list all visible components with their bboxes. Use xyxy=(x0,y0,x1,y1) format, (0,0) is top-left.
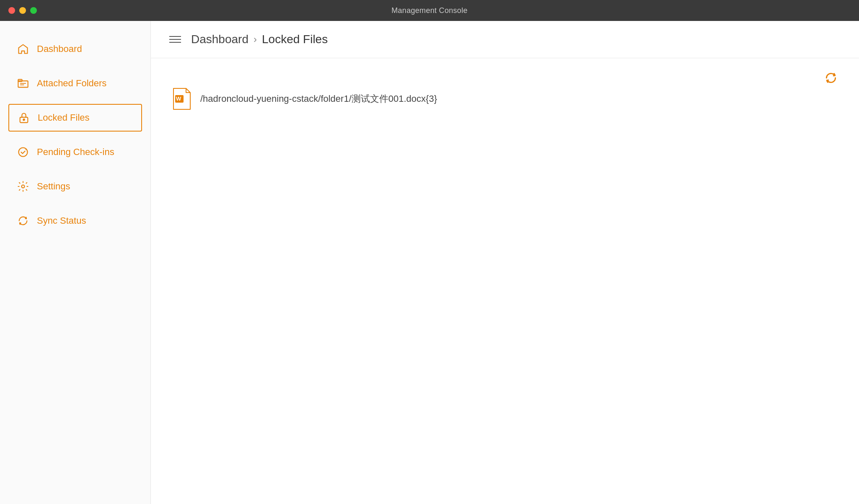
svg-text:W: W xyxy=(176,96,181,102)
content-header: Dashboard › Locked Files xyxy=(151,21,859,58)
dashboard-label: Dashboard xyxy=(37,44,82,54)
svg-rect-1 xyxy=(18,81,28,87)
app-container: Dashboard Attached Folders xyxy=(0,21,859,504)
content-body: W /hadroncloud-yuening-cstack/folder1/测试… xyxy=(151,58,859,504)
pending-checkins-label: Pending Check-ins xyxy=(37,147,114,158)
breadcrumb: Dashboard › Locked Files xyxy=(191,33,328,46)
sync-status-label: Sync Status xyxy=(37,215,86,226)
home-icon xyxy=(17,43,29,55)
settings-label: Settings xyxy=(37,181,70,192)
sidebar-item-attached-folders[interactable]: Attached Folders xyxy=(0,70,150,97)
refresh-icon xyxy=(824,71,838,85)
window-title: Management Console xyxy=(391,6,468,15)
hamburger-line xyxy=(169,42,181,43)
locked-files-label: Locked Files xyxy=(38,112,90,123)
sync-icon xyxy=(17,215,29,227)
main-content: Dashboard › Locked Files xyxy=(151,21,859,504)
file-item[interactable]: W /hadroncloud-yuening-cstack/folder1/测试… xyxy=(172,83,838,114)
attached-folders-label: Attached Folders xyxy=(37,78,106,89)
sidebar-item-locked-files[interactable]: Locked Files xyxy=(8,104,142,132)
hamburger-menu[interactable] xyxy=(168,34,183,44)
sidebar: Dashboard Attached Folders xyxy=(0,21,151,504)
sidebar-item-pending-checkins[interactable]: Pending Check-ins xyxy=(0,138,150,166)
gear-icon xyxy=(17,180,29,193)
file-path: /hadroncloud-yuening-cstack/folder1/测试文件… xyxy=(200,93,437,105)
checkin-icon xyxy=(17,146,29,158)
svg-point-5 xyxy=(23,119,25,121)
close-button[interactable] xyxy=(8,7,15,14)
breadcrumb-parent[interactable]: Dashboard xyxy=(191,33,248,46)
hamburger-line xyxy=(169,39,181,40)
file-list: W /hadroncloud-yuening-cstack/folder1/测试… xyxy=(172,83,838,114)
window-controls xyxy=(8,7,37,14)
folder-icon xyxy=(17,77,29,90)
svg-point-7 xyxy=(22,185,25,188)
breadcrumb-separator: › xyxy=(254,34,257,45)
breadcrumb-current: Locked Files xyxy=(262,33,328,46)
titlebar: Management Console xyxy=(0,0,859,21)
hamburger-line xyxy=(169,36,181,37)
maximize-button[interactable] xyxy=(30,7,37,14)
lock-icon xyxy=(18,111,30,124)
sidebar-item-sync-status[interactable]: Sync Status xyxy=(0,207,150,235)
refresh-button[interactable] xyxy=(824,71,838,85)
sidebar-item-settings[interactable]: Settings xyxy=(0,173,150,200)
docx-file-icon: W xyxy=(172,88,192,110)
sidebar-item-dashboard[interactable]: Dashboard xyxy=(0,35,150,63)
minimize-button[interactable] xyxy=(19,7,26,14)
